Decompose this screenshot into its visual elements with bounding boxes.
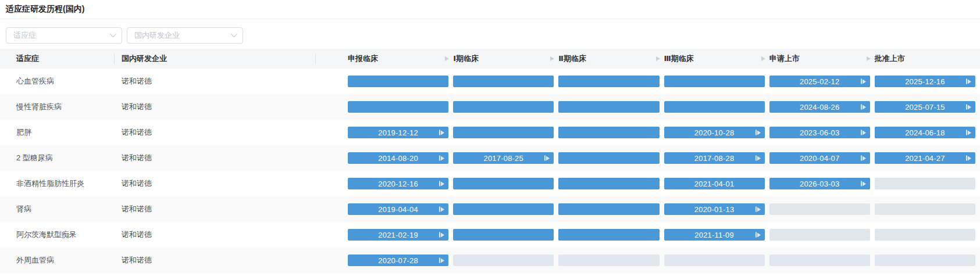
stage-bar-phase-3[interactable] xyxy=(664,76,765,87)
stage-bar-apply-listing xyxy=(769,229,870,241)
stage-bar-declare-clinical[interactable]: 2014-08-20 xyxy=(348,152,448,164)
stage-cells: 2020-07-28 xyxy=(316,248,980,273)
step-forward-icon xyxy=(439,130,444,135)
stage-cell-approved-listing: 2025-07-15 xyxy=(875,94,975,120)
stage-bar-approved-listing[interactable]: 2025-12-16 xyxy=(875,76,975,87)
stage-cells: 2019-04-042020-01-13 xyxy=(316,196,980,222)
company-filter-placeholder: 国内研发企业 xyxy=(134,30,180,41)
stage-bar-apply-listing xyxy=(769,203,870,215)
stage-bar-declare-clinical[interactable] xyxy=(348,76,448,87)
stage-bar-approved-listing xyxy=(875,178,975,189)
stage-bar-apply-listing[interactable]: 2026-03-03 xyxy=(769,178,870,189)
stage-date-label: 2023-06-03 xyxy=(800,128,840,137)
indication-cell: 外周血管病 xyxy=(0,248,115,273)
stage-bar-approved-listing[interactable]: 2024-06-18 xyxy=(875,127,975,138)
header-phase-3: Ⅲ期临床 xyxy=(664,49,765,69)
stage-cell-declare-clinical: 2021-02-19 xyxy=(348,222,448,248)
stage-date-label: 2021-11-09 xyxy=(694,231,734,239)
stage-bar-phase-1[interactable] xyxy=(453,101,554,113)
stage-bar-phase-1[interactable] xyxy=(453,178,554,189)
step-forward-icon xyxy=(966,130,971,135)
step-forward-icon-triangle xyxy=(546,156,550,160)
step-forward-icon xyxy=(756,130,761,135)
stage-cell-apply-listing: 2025-02-12 xyxy=(769,69,870,94)
table-row: 2 型糖尿病诺和诺德2014-08-202017-08-252017-08-28… xyxy=(0,145,980,171)
indication-filter-select[interactable]: 适应症 xyxy=(6,27,122,44)
company-filter-select[interactable]: 国内研发企业 xyxy=(127,27,243,44)
stage-bar-approved-listing[interactable]: 2025-07-15 xyxy=(875,101,975,113)
stage-bar-declare-clinical[interactable]: 2019-04-04 xyxy=(348,203,448,215)
step-forward-icon-triangle xyxy=(968,79,971,84)
filter-bar: 适应症 国内研发企业 xyxy=(6,27,980,44)
company-cell: 诺和诺德 xyxy=(115,196,316,222)
stage-bar-phase-2[interactable] xyxy=(558,76,659,87)
stage-bar-approved-listing[interactable]: 2021-04-27 xyxy=(875,152,975,164)
stage-bar-phase-2[interactable] xyxy=(558,101,659,113)
stage-bar-apply-listing[interactable]: 2020-04-07 xyxy=(769,152,870,164)
stage-bar-phase-3[interactable]: 2021-04-01 xyxy=(664,178,765,189)
stage-cell-phase-1 xyxy=(453,222,554,248)
step-forward-icon xyxy=(544,156,550,161)
step-forward-icon-bar xyxy=(861,156,862,161)
stage-date-label: 2014-08-20 xyxy=(378,154,418,163)
stage-bar-declare-clinical[interactable] xyxy=(348,101,448,113)
step-forward-icon-bar xyxy=(966,156,967,161)
stage-bar-phase-1[interactable] xyxy=(453,229,554,241)
step-forward-icon-triangle xyxy=(441,207,444,212)
step-forward-icon xyxy=(861,130,866,135)
stage-cell-phase-2 xyxy=(558,145,659,171)
stage-date-label: 2024-06-18 xyxy=(905,128,945,137)
stage-bar-phase-3[interactable]: 2020-10-28 xyxy=(664,127,765,138)
stage-bar-phase-2[interactable] xyxy=(558,127,659,138)
stage-bar-phase-3[interactable]: 2021-11-09 xyxy=(664,229,765,241)
step-forward-icon-bar xyxy=(861,181,862,187)
stage-bar-phase-3[interactable] xyxy=(664,101,765,113)
stage-bar-phase-1[interactable] xyxy=(453,203,554,215)
stage-bar-apply-listing[interactable]: 2024-08-26 xyxy=(769,101,870,113)
stage-bar-phase-2[interactable] xyxy=(558,203,659,215)
stage-cells: 2020-12-162021-04-012026-03-03 xyxy=(316,171,980,196)
stage-bar-phase-1[interactable] xyxy=(453,127,554,138)
stage-cell-approved-listing: 2024-06-18 xyxy=(875,120,975,145)
stage-bar-phase-2[interactable] xyxy=(558,152,659,164)
step-forward-icon xyxy=(439,207,444,212)
indication-cell: 慢性肾脏疾病 xyxy=(0,94,115,120)
stage-cell-phase-1 xyxy=(453,94,554,120)
step-forward-icon-bar xyxy=(756,232,757,238)
stage-cell-approved-listing xyxy=(875,196,975,222)
table-row: 肾病诺和诺德2019-04-042020-01-13 xyxy=(0,196,980,222)
step-forward-icon xyxy=(756,232,761,238)
stage-bar-apply-listing[interactable]: 2023-06-03 xyxy=(769,127,870,138)
stage-bar-phase-2[interactable] xyxy=(558,229,659,241)
stage-bar-phase-1[interactable] xyxy=(453,76,554,87)
stage-cells: 2025-02-122025-12-16 xyxy=(316,69,980,94)
stage-bar-declare-clinical[interactable]: 2019-12-12 xyxy=(348,127,448,138)
stage-bar-declare-clinical[interactable]: 2020-07-28 xyxy=(348,255,448,266)
step-forward-icon-bar xyxy=(544,156,546,161)
indication-cell: 心血管疾病 xyxy=(0,69,115,94)
stage-bar-declare-clinical[interactable]: 2021-02-19 xyxy=(348,229,448,241)
stage-bar-phase-3[interactable]: 2017-08-28 xyxy=(664,152,765,164)
step-forward-icon xyxy=(861,105,866,110)
company-cell: 诺和诺德 xyxy=(115,69,316,94)
stage-bar-phase-2[interactable] xyxy=(558,178,659,189)
step-forward-icon-triangle xyxy=(757,207,761,212)
step-forward-icon xyxy=(861,156,866,161)
indication-cell: 肾病 xyxy=(0,196,115,222)
stage-bar-apply-listing[interactable]: 2025-02-12 xyxy=(769,76,870,87)
header-company: 国内研发企业 xyxy=(115,49,316,69)
step-forward-icon-triangle xyxy=(863,181,866,186)
phase-arrow-icon xyxy=(656,56,660,61)
indication-cell: 阿尔茨海默型痴呆 xyxy=(0,222,115,248)
stage-bar-phase-3[interactable]: 2020-01-13 xyxy=(664,203,765,215)
stage-bar-declare-clinical[interactable]: 2020-12-16 xyxy=(348,178,448,189)
table-row: 外周血管病诺和诺德2020-07-28 xyxy=(0,248,980,273)
stage-bar-apply-listing xyxy=(769,255,870,266)
stage-date-label: 2026-03-03 xyxy=(800,180,840,188)
phase-arrow-icon xyxy=(445,56,449,61)
stage-cell-apply-listing: 2023-06-03 xyxy=(769,120,870,145)
stage-bar-phase-1[interactable]: 2017-08-25 xyxy=(453,152,554,164)
step-forward-icon-bar xyxy=(439,207,440,212)
stage-cell-phase-3: 2021-11-09 xyxy=(664,222,765,248)
step-forward-icon xyxy=(439,258,444,263)
